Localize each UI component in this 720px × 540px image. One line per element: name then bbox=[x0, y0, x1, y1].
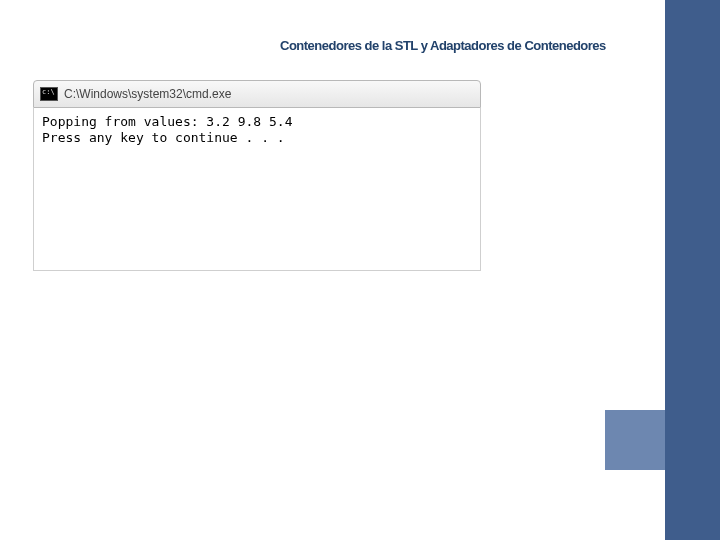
console-window: C:\Windows\system32\cmd.exe Popping from… bbox=[33, 80, 481, 271]
cmd-icon bbox=[40, 87, 58, 101]
console-title-text: C:\Windows\system32\cmd.exe bbox=[64, 87, 231, 101]
page-title: Contenedores de la STL y Adaptadores de … bbox=[280, 38, 606, 53]
decorative-accent-block bbox=[605, 410, 665, 470]
decorative-sidebar bbox=[665, 0, 720, 540]
console-line: Press any key to continue . . . bbox=[42, 130, 285, 145]
console-titlebar: C:\Windows\system32\cmd.exe bbox=[33, 80, 481, 108]
console-line: Popping from values: 3.2 9.8 5.4 bbox=[42, 114, 292, 129]
console-output: Popping from values: 3.2 9.8 5.4 Press a… bbox=[33, 108, 481, 271]
